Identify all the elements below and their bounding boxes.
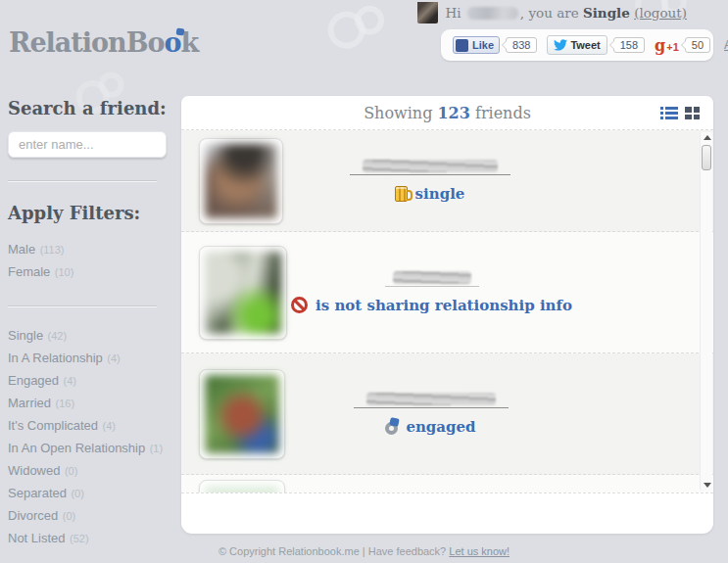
- sidebar: Search a friend: Apply Filters: Male (11…: [8, 98, 176, 549]
- friend-row: [181, 475, 713, 493]
- redacted-name: [366, 393, 496, 405]
- showing-prefix: Showing: [364, 104, 437, 122]
- relationship-status: engaged: [385, 418, 475, 436]
- grid-view-icon[interactable]: [685, 107, 700, 119]
- scroll-down-icon[interactable]: [704, 483, 711, 488]
- user-greeting: Hi , you are Single (logout): [417, 2, 687, 23]
- feedback-link[interactable]: Let us know!: [449, 545, 510, 557]
- filter-in-an-open-relationship[interactable]: In An Open Relationship (1): [8, 437, 176, 459]
- status-text: single: [415, 185, 465, 203]
- search-heading: Search a friend:: [8, 98, 176, 118]
- view-toggle: [660, 107, 700, 119]
- gender-filter-list: Male (113) Female (10): [8, 238, 176, 283]
- rings-watermark-icon: [319, 0, 396, 70]
- search-input[interactable]: [8, 131, 167, 158]
- sidebar-divider: [8, 305, 157, 306]
- redacted-username: [467, 7, 518, 20]
- greeting-prefix: Hi: [445, 5, 464, 21]
- friend-photo[interactable]: [199, 369, 285, 459]
- social-share-bar: f Like 838 Tweet 158 g +1 50 About: [441, 29, 713, 61]
- tweet-button[interactable]: Tweet: [547, 35, 607, 55]
- friend-row: engaged: [181, 353, 713, 475]
- friends-panel: Showing 123 friends single: [181, 96, 713, 534]
- relationbook-logo[interactable]: RelationBook: [9, 27, 198, 58]
- plusone-count-badge[interactable]: 50: [685, 37, 710, 53]
- panel-header: Showing 123 friends: [181, 96, 713, 130]
- list-scrollbar[interactable]: [700, 132, 712, 491]
- redacted-name-underline: [350, 174, 510, 175]
- plusone-label: +1: [666, 41, 679, 53]
- status-text: engaged: [406, 418, 475, 436]
- friend-photo[interactable]: [199, 138, 283, 224]
- friend-photo[interactable]: [199, 246, 287, 340]
- status-filter-list: Single (42) In A Relationship (4) Engage…: [8, 324, 176, 549]
- engagement-ring-icon: [385, 422, 398, 435]
- filter-separated[interactable]: Separated (0): [8, 482, 176, 504]
- friend-row: single: [181, 130, 713, 232]
- status-text: is not sharing relationship info: [315, 297, 572, 314]
- redacted-name: [393, 271, 471, 284]
- like-count-badge[interactable]: 838: [506, 37, 537, 53]
- tweet-count-badge[interactable]: 158: [613, 37, 645, 53]
- logo-text-prefix: RelationB: [9, 27, 148, 58]
- friend-count: 123: [437, 104, 469, 122]
- facebook-icon: f: [456, 39, 468, 52]
- filter-divorced[interactable]: Divorced (0): [8, 504, 176, 527]
- logo-ring-gray: o: [148, 27, 165, 58]
- google-icon: g: [655, 36, 665, 55]
- copyright-text: © Copyright Relationbook.me | Have feedb…: [218, 545, 449, 557]
- like-button-label: Like: [472, 39, 494, 51]
- facebook-like-button[interactable]: f Like: [453, 36, 500, 54]
- filter-its-complicated[interactable]: It's Complicated (4): [8, 414, 176, 437]
- list-view-icon[interactable]: [660, 107, 678, 119]
- friend-photo-image: [205, 375, 279, 453]
- scroll-up-icon[interactable]: [704, 135, 711, 140]
- filter-female[interactable]: Female (10): [8, 260, 176, 283]
- logout-link[interactable]: (logout): [634, 5, 687, 21]
- filter-engaged[interactable]: Engaged (4): [8, 369, 176, 392]
- filter-male[interactable]: Male (113): [8, 238, 176, 260]
- greeting-middle: , you are: [520, 5, 583, 21]
- tweet-button-label: Tweet: [570, 39, 600, 51]
- friend-row: is not sharing relationship info: [181, 232, 713, 353]
- user-avatar: [417, 2, 438, 23]
- beer-icon: [395, 186, 408, 202]
- filter-widowed[interactable]: Widowed (0): [8, 459, 176, 482]
- google-plusone-button[interactable]: g +1: [655, 36, 679, 55]
- redacted-name-underline: [385, 286, 479, 287]
- filter-married[interactable]: Married (16): [8, 392, 176, 414]
- friend-photo-image: [205, 252, 281, 334]
- user-relationship-status: Single: [583, 5, 630, 21]
- friend-photo-image: [205, 486, 279, 493]
- sidebar-divider: [8, 180, 157, 181]
- showing-suffix: friends: [470, 104, 531, 122]
- filters-heading: Apply Filters:: [8, 203, 176, 223]
- filter-in-a-relationship[interactable]: In A Relationship (4): [8, 347, 176, 369]
- friend-photo[interactable]: [199, 480, 285, 493]
- scrollbar-thumb[interactable]: [702, 145, 711, 170]
- redacted-name: [363, 160, 498, 172]
- relationship-status: single: [395, 185, 465, 203]
- logo-ring-icon: o: [165, 27, 181, 58]
- blocked-icon: [291, 297, 308, 313]
- about-link[interactable]: About: [724, 38, 728, 52]
- filter-single[interactable]: Single (42): [8, 324, 176, 347]
- friends-list: single is not sharing relationship info: [181, 130, 713, 493]
- friend-photo-image: [205, 144, 277, 218]
- logo-gem-icon: [175, 27, 184, 35]
- twitter-bird-icon: [554, 39, 567, 51]
- redacted-name-underline: [354, 407, 509, 408]
- relationship-status: is not sharing relationship info: [291, 297, 572, 314]
- page-footer: © Copyright Relationbook.me | Have feedb…: [0, 545, 728, 557]
